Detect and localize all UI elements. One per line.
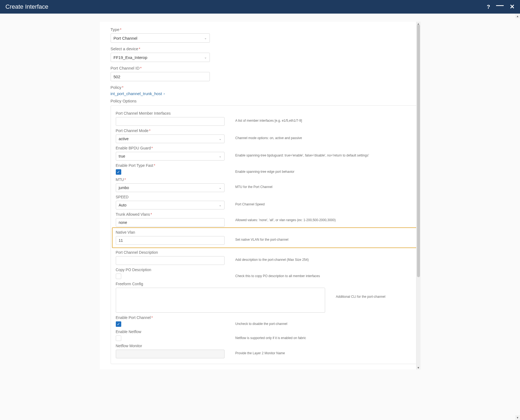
policy-link[interactable]: int_port_channel_trunk_host › — [111, 91, 165, 96]
help-icon[interactable]: ? — [487, 4, 490, 10]
native-vlan-highlight: Native Vlan Set native VLAN for the port… — [112, 227, 419, 248]
panel-scroll-down-icon[interactable]: ▼ — [416, 366, 421, 369]
chevron-down-icon: ⌄ — [204, 55, 207, 59]
titlebar: Create Interface ? — ✕ — [0, 0, 520, 14]
copy-po-checkbox[interactable] — [116, 274, 121, 279]
pc-description-input[interactable] — [116, 256, 225, 265]
policy-options-label: Policy Options — [111, 99, 415, 103]
chevron-down-icon: ⌄ — [219, 203, 222, 207]
minimize-icon[interactable]: — — [496, 1, 504, 9]
chevron-down-icon: ⌄ — [219, 186, 222, 190]
type-label: Type — [111, 27, 122, 32]
pcid-label: Port Channel ID — [111, 66, 142, 70]
type-select[interactable]: Port Channel ⌄ — [111, 33, 210, 43]
pc-description-label: Port Channel Description — [116, 250, 235, 255]
mtu-value: jumbo — [119, 186, 129, 190]
mtu-label: MTU — [116, 177, 235, 182]
members-input[interactable] — [116, 117, 225, 126]
policy-label: Policy — [111, 85, 124, 90]
form-panel: ▲ ▼ Type Port Channel ⌄ Select a device … — [100, 22, 421, 369]
trunk-allowed-vlans-desc: Allowed values: 'none', 'all', or vlan r… — [235, 212, 415, 222]
policy-link-text: int_port_channel_trunk_host — [111, 91, 162, 96]
bpdu-value: true — [119, 154, 125, 158]
port-type-fast-checkbox[interactable]: ✓ — [116, 169, 121, 175]
copy-po-label: Copy PO Description — [116, 268, 235, 272]
device-label: Select a device — [111, 46, 141, 51]
chevron-down-icon: ⌄ — [204, 36, 207, 40]
freeform-textarea[interactable] — [116, 288, 325, 313]
members-label: Port Channel Member Interfaces — [116, 111, 235, 115]
chevron-right-icon: › — [164, 92, 165, 96]
policy-options-box: Port Channel Member Interfaces A list of… — [111, 105, 421, 364]
mode-value: active — [119, 137, 129, 141]
members-desc: A list of member interfaces [e.g. e1/5,e… — [235, 111, 415, 123]
enable-port-channel-label: Enable Port Channel — [116, 315, 235, 320]
netflow-monitor-label: Netflow Monitor — [116, 344, 235, 348]
pc-description-desc: Add description to the port-channel (Max… — [235, 250, 415, 262]
mode-select[interactable]: active ⌄ — [116, 134, 225, 143]
native-vlan-desc: Set native VLAN for the port-channel — [235, 230, 415, 242]
trunk-allowed-vlans-label: Trunk Allowed Vlans — [116, 212, 235, 217]
bpdu-select[interactable]: true ⌄ — [116, 152, 225, 161]
freeform-desc: Additional CLI for the port-channel — [331, 282, 415, 299]
enable-port-channel-checkbox[interactable]: ✓ — [116, 321, 121, 327]
mtu-desc: MTU for the Port Channel — [235, 177, 415, 189]
window-title: Create Interface — [5, 3, 48, 10]
netflow-monitor-input[interactable] — [116, 350, 225, 358]
port-type-fast-desc: Enable spanning-tree edge port behavior — [235, 163, 415, 174]
chevron-down-icon: ⌄ — [219, 154, 222, 158]
speed-value: Auto — [119, 203, 127, 207]
viewport: ▲ ▼ ▲ ▼ Type Port Channel ⌄ Select a dev… — [0, 14, 520, 420]
titlebar-controls: ? — ✕ — [487, 3, 515, 11]
freeform-label: Freeform Config — [116, 282, 331, 286]
mode-desc: Channel mode options: on, active and pas… — [235, 128, 415, 140]
speed-label: SPEED — [116, 195, 235, 199]
enable-netflow-label: Enable Netflow — [116, 330, 235, 334]
enable-netflow-desc: Netflow is supported only if it is enabl… — [235, 330, 415, 340]
speed-select[interactable]: Auto ⌄ — [116, 201, 225, 209]
type-value: Port Channel — [114, 36, 138, 40]
panel-scroll-thumb[interactable] — [417, 24, 420, 277]
mtu-select[interactable]: jumbo ⌄ — [116, 183, 225, 192]
device-select[interactable]: FF19_Exa_Interop ⌄ — [111, 53, 210, 62]
native-vlan-label: Native Vlan — [116, 230, 235, 234]
trunk-allowed-vlans-input[interactable] — [116, 218, 225, 227]
native-vlan-input[interactable] — [116, 236, 225, 245]
copy-po-desc: Check this to copy PO description to all… — [235, 268, 415, 278]
close-icon[interactable]: ✕ — [510, 4, 515, 10]
speed-desc: Port Channel Speed — [235, 195, 415, 207]
enable-port-channel-desc: Uncheck to disable the port-channel — [235, 315, 415, 326]
netflow-monitor-desc: Provide the Layer 2 Monitor Name — [235, 344, 415, 356]
enable-netflow-checkbox[interactable] — [116, 336, 121, 341]
panel-scrollbar[interactable]: ▲ ▼ — [416, 22, 421, 369]
port-type-fast-label: Enable Port Type Fast — [116, 163, 235, 168]
bpdu-desc: Enable spanning-tree bpduguard: true='en… — [235, 146, 415, 158]
port-channel-id-input[interactable] — [111, 72, 210, 81]
scroll-area: ▲ ▼ Type Port Channel ⌄ Select a device … — [0, 14, 520, 420]
mode-label: Port Channel Mode — [116, 128, 235, 133]
device-value: FF19_Exa_Interop — [114, 55, 147, 60]
bpdu-label: Enable BPDU Guard — [116, 146, 235, 150]
chevron-down-icon: ⌄ — [219, 137, 222, 141]
